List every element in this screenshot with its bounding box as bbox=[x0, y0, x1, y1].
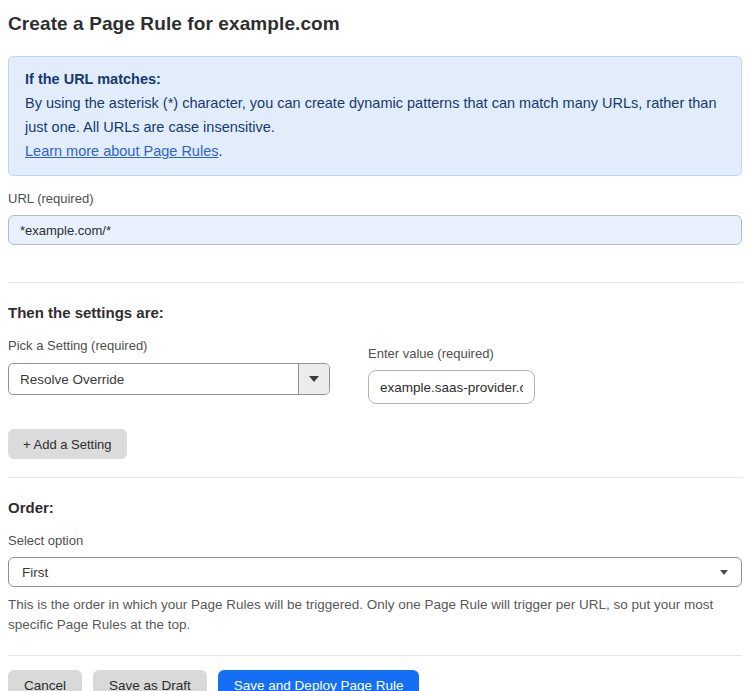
url-match-info-box: If the URL matches: By using the asteris… bbox=[8, 56, 742, 176]
value-input-label: Enter value (required) bbox=[368, 346, 535, 361]
order-select-value: First bbox=[22, 565, 720, 580]
order-select[interactable]: First bbox=[8, 557, 742, 587]
link-suffix-text: . bbox=[218, 143, 222, 159]
setting-picker-column: Pick a Setting (required) Resolve Overri… bbox=[8, 338, 330, 404]
setting-select-label: Pick a Setting (required) bbox=[8, 338, 330, 353]
info-box-heading: If the URL matches: bbox=[25, 67, 725, 91]
order-select-label: Select option bbox=[8, 533, 742, 548]
setting-value-input[interactable] bbox=[368, 370, 535, 404]
footer-button-row: Cancel Save as Draft Save and Deploy Pag… bbox=[8, 670, 742, 691]
save-and-deploy-button[interactable]: Save and Deploy Page Rule bbox=[218, 670, 420, 691]
chevron-down-icon bbox=[309, 376, 319, 382]
setting-select-caret-button[interactable] bbox=[298, 364, 329, 394]
setting-value-column: Enter value (required) bbox=[368, 346, 535, 404]
section-divider bbox=[8, 282, 742, 283]
settings-section-heading: Then the settings are: bbox=[8, 304, 742, 321]
info-box-link-line: Learn more about Page Rules. bbox=[25, 139, 725, 163]
setting-select[interactable]: Resolve Override bbox=[8, 363, 330, 395]
setting-select-value: Resolve Override bbox=[9, 364, 298, 394]
order-help-text: This is the order in which your Page Rul… bbox=[8, 595, 728, 635]
url-input[interactable] bbox=[8, 215, 742, 245]
page-title: Create a Page Rule for example.com bbox=[8, 0, 742, 35]
cancel-button[interactable]: Cancel bbox=[8, 670, 82, 691]
footer-divider bbox=[8, 655, 742, 656]
chevron-down-icon bbox=[720, 570, 728, 575]
settings-row: Pick a Setting (required) Resolve Overri… bbox=[8, 338, 742, 404]
learn-more-link[interactable]: Learn more about Page Rules bbox=[25, 143, 218, 159]
save-as-draft-button[interactable]: Save as Draft bbox=[93, 670, 207, 691]
url-field-label: URL (required) bbox=[8, 191, 742, 206]
info-box-body: By using the asterisk (*) character, you… bbox=[25, 91, 725, 139]
add-setting-button[interactable]: + Add a Setting bbox=[8, 429, 127, 459]
order-section-heading: Order: bbox=[8, 499, 742, 516]
page-rule-form: Create a Page Rule for example.com If th… bbox=[0, 0, 750, 691]
section-divider bbox=[8, 477, 742, 478]
